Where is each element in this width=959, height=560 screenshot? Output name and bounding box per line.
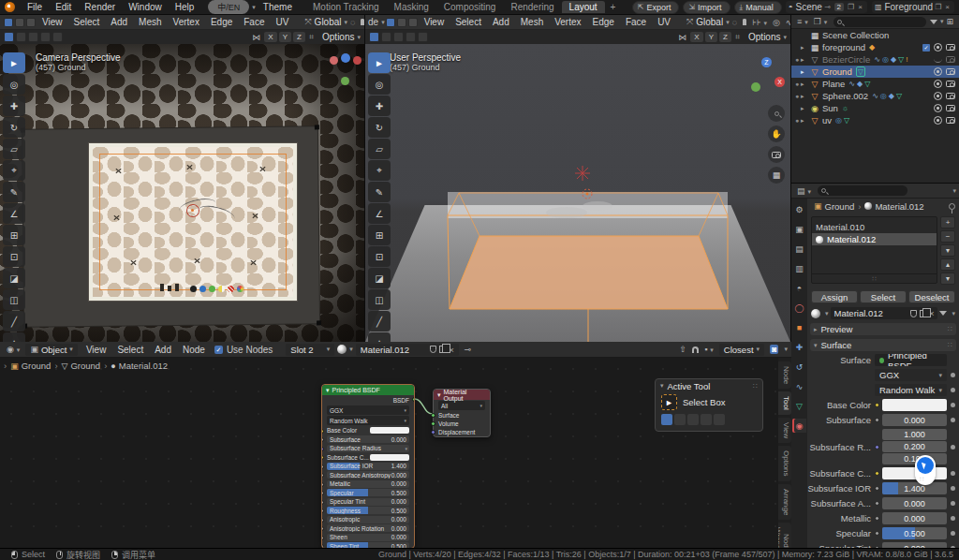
expand-icon[interactable]: ▸	[801, 117, 809, 125]
node-input-row[interactable]: Subsurface 0.000 ▾ Subsurface	[322, 435, 414, 445]
axis-gizmo-y[interactable]	[341, 77, 349, 85]
add-workspace-button[interactable]: +	[605, 2, 622, 12]
hide-eye-icon[interactable]	[934, 67, 942, 76]
sss-method-dropdown[interactable]: Random Walk▾	[327, 416, 409, 425]
tool-button[interactable]: ╱	[368, 311, 391, 332]
select-op-mode-icon[interactable]	[393, 32, 404, 42]
node-header[interactable]: ▾ Principled BSDF	[322, 385, 414, 395]
theme-menu[interactable]: Theme	[263, 2, 292, 12]
snap-magnet-icon[interactable]	[743, 19, 746, 25]
sidebar-tab[interactable]: Tool	[778, 391, 791, 415]
tool-button[interactable]: ▱	[3, 139, 25, 159]
select-mode-icon[interactable]	[4, 18, 13, 27]
viewport-menu[interactable]: Mesh	[515, 17, 549, 27]
material-browse-icon[interactable]	[811, 309, 820, 318]
pin-icon[interactable]: ⊸	[824, 3, 831, 11]
properties-tab[interactable]: ⚙	[792, 202, 806, 216]
viewport-menu[interactable]: View	[419, 17, 450, 27]
input-socket[interactable]	[321, 455, 324, 460]
mirror-icon[interactable]: ⋈	[252, 33, 260, 42]
modifier-badge-icon[interactable]: ◎	[835, 116, 842, 125]
select-box-tool-icon[interactable]: ►	[661, 394, 677, 410]
select-op-mode-icon[interactable]	[52, 32, 63, 42]
keyframe-dot[interactable]	[951, 373, 955, 377]
pivot-point-icon[interactable]: ◌	[732, 18, 737, 27]
expand-icon[interactable]: ▸	[801, 44, 809, 52]
view-layer-selector[interactable]: ▥ Foreground ❐ ×	[872, 1, 954, 13]
properties-tab[interactable]: ◉	[792, 419, 806, 433]
input-socket[interactable]	[321, 429, 324, 434]
color-swatch[interactable]	[882, 399, 947, 411]
snap-mode-icon[interactable]: ▪▾	[704, 345, 714, 354]
modifier-badge-icon[interactable]: ◆	[889, 92, 894, 100]
node-input-row[interactable]: Subsurface Anisotropy 0.000 ▾ Subsurface…	[322, 471, 414, 480]
select-op-mode-icon[interactable]	[714, 414, 725, 425]
expand-icon[interactable]: ▸	[801, 93, 809, 100]
select-op-mode-icon[interactable]	[369, 32, 379, 42]
outliner-search-input[interactable]	[834, 17, 926, 27]
input-socket[interactable]	[321, 491, 324, 495]
node-input-row[interactable]: Anisotropic 0.000 ▾ Anisotropic	[322, 515, 414, 524]
topbar-menu[interactable]: Window	[122, 2, 169, 12]
viewport-menu[interactable]: Add	[105, 17, 133, 27]
tool-button[interactable]: △	[3, 332, 25, 342]
tool-button[interactable]: ◫	[3, 289, 25, 310]
copy-icon[interactable]: ❐	[935, 3, 941, 11]
material-name-field[interactable]: Material.012 ×	[356, 344, 459, 356]
modifier-badge-icon[interactable]: !	[906, 55, 907, 64]
hide-eye-icon[interactable]	[934, 80, 942, 88]
expand-icon[interactable]: ▸	[801, 81, 809, 88]
sss-method-dropdown[interactable]: Random Walk▾	[875, 384, 947, 396]
node-input-row[interactable]: Surface	[434, 411, 490, 420]
mirror-axis-button[interactable]: X	[690, 32, 702, 42]
scene-users-count[interactable]: 2	[834, 3, 844, 11]
distribution-dropdown[interactable]: GGX▾	[327, 405, 409, 415]
input-socket[interactable]	[321, 518, 324, 523]
sidebar-tab[interactable]: Node	[778, 361, 791, 389]
vector-value-field[interactable]: 0.200	[882, 441, 947, 452]
modifier-badge-icon[interactable]: ▽	[856, 66, 865, 77]
snap-target-dropdown[interactable]: Closest▾	[719, 344, 764, 356]
render-visibility-icon[interactable]	[946, 81, 955, 87]
axis-gizmo-z[interactable]	[341, 53, 350, 63]
topbar-menu[interactable]: Edit	[49, 2, 78, 12]
color-swatch[interactable]	[370, 454, 409, 461]
material-name-field[interactable]: Material.012 ×	[831, 307, 938, 319]
select-mode-icon[interactable]	[26, 18, 36, 27]
viewport-menu[interactable]: Select	[68, 17, 106, 27]
outliner-filter-mode-icon[interactable]: ≡▾	[797, 17, 808, 26]
falloff-curve-icon[interactable]: ∿	[786, 18, 790, 27]
ortho-toggle-icon[interactable]: ▦	[768, 167, 785, 184]
render-visibility-icon[interactable]	[946, 44, 955, 51]
tool-button[interactable]: ◪	[3, 268, 25, 288]
viewport-menu[interactable]: UV	[652, 17, 676, 27]
tool-button[interactable]: ⌖	[3, 160, 25, 181]
modifier-badge-icon[interactable]: ◆	[891, 55, 896, 64]
input-socket[interactable]	[321, 447, 324, 451]
node-canvas[interactable]: › ▣ Ground › ▽ Ground › ● Material.012	[0, 358, 778, 548]
axis-gizmo-y[interactable]	[751, 82, 760, 92]
render-visibility-icon[interactable]	[946, 68, 955, 75]
mode-dropdown[interactable]: de▾	[368, 17, 385, 27]
remove-icon[interactable]: ×	[945, 3, 950, 11]
material-slot-list[interactable]: Material.010 Material.012 ∷	[811, 216, 937, 284]
keyframe-dot[interactable]	[951, 403, 955, 407]
axis-gizmo-x[interactable]: X	[775, 77, 785, 87]
slot-op-button[interactable]: ▾	[940, 244, 955, 257]
workspace-tab[interactable]: Compositing	[436, 1, 504, 13]
transform-orientation-dropdown[interactable]: ⤧Global▾	[684, 17, 730, 27]
select-button[interactable]: Select	[860, 290, 907, 303]
editor-type-icon[interactable]: ◉▾	[7, 345, 20, 354]
select-op-mode-icon[interactable]	[406, 32, 416, 42]
tool-button[interactable]: ⌖	[368, 160, 391, 181]
keyframe-dot[interactable]	[951, 418, 955, 422]
select-op-mode-icon[interactable]	[4, 32, 14, 42]
properties-options-icon[interactable]: ▾	[952, 187, 956, 195]
viewport-menu[interactable]: Vertex	[549, 17, 586, 27]
tool-button[interactable]: ∠	[3, 203, 25, 224]
outliner-item[interactable]: ● ▸ ▽ Sphere.002 ∿◎◆▽ ✓	[791, 90, 959, 102]
hide-eye-icon[interactable]	[934, 104, 942, 112]
language-dropdown-icon[interactable]: ▾	[252, 4, 256, 11]
modifier-badge-icon[interactable]: ◎	[882, 55, 889, 64]
sidebar-tab[interactable]: View	[778, 418, 791, 443]
